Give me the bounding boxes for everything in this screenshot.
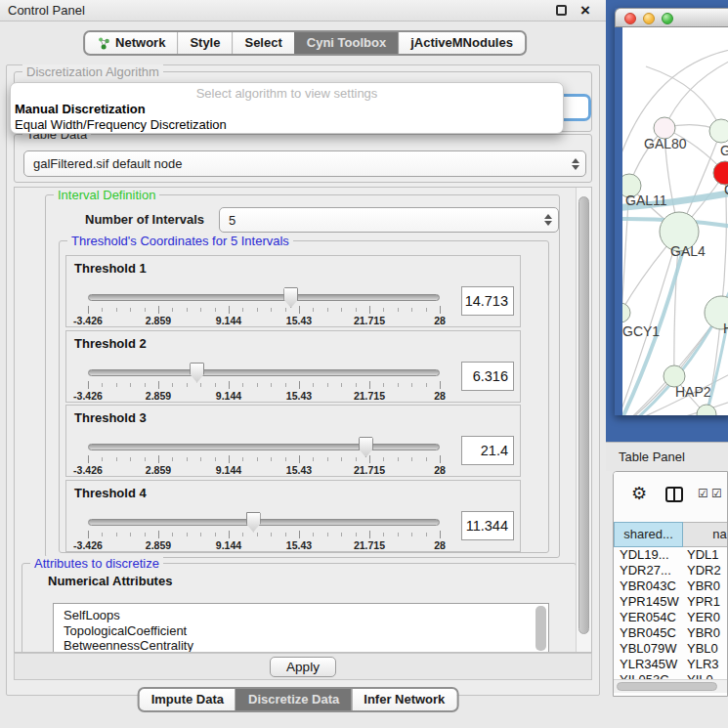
tab-impute-data[interactable]: Impute Data	[140, 689, 236, 710]
tab-label: Cyni Toolbox	[307, 35, 386, 50]
slider-track[interactable]	[88, 294, 440, 301]
table-row[interactable]: YBL079WYBL0	[614, 641, 728, 657]
slider-thumb[interactable]	[246, 512, 261, 533]
slider-thumb[interactable]	[359, 437, 373, 457]
attribute-list-item[interactable]: SelfLoops	[54, 604, 548, 623]
tick-mark	[299, 306, 300, 314]
network-node-ga[interactable]	[709, 119, 728, 143]
numerical-attributes-list[interactable]: SelfLoopsTopologicalCoefficientBetweenne…	[53, 603, 549, 653]
tick-mark	[187, 457, 188, 461]
cell-name: YBL0	[683, 641, 728, 657]
table-row[interactable]: YLR345WYLR3	[614, 657, 728, 672]
tick-mark	[313, 457, 314, 461]
checkbox-icon[interactable]: ☑	[711, 487, 722, 500]
slider-thumb[interactable]	[283, 287, 298, 308]
tick-mark	[187, 383, 188, 387]
threshold-label: Threshold 1	[74, 261, 147, 276]
columns-icon[interactable]	[665, 487, 683, 502]
tick-mark	[383, 457, 384, 461]
column-header-shared-name[interactable]: shared...	[614, 522, 683, 547]
top-tabstrip: NetworkStyleSelectCyni ToolboxjActiveMNo…	[83, 30, 527, 56]
thresholds-coordinates-group: Threshold's Coordinates for 5 Intervals …	[59, 240, 549, 553]
tab-cyni-toolbox[interactable]: Cyni Toolbox	[294, 32, 398, 54]
tab-jactivemnodules[interactable]: jActiveMNodules	[398, 32, 525, 54]
number-of-intervals-label: Number of Intervals	[85, 212, 204, 227]
table-data-combobox[interactable]: galFiltered.sif default node	[23, 150, 586, 177]
tab-infer-network[interactable]: Infer Network	[351, 689, 456, 710]
table-horizontal-scrollbar[interactable]	[614, 679, 727, 693]
dropdown-item-equal-width-frequency[interactable]: Equal Width/Frequency Discretization	[11, 117, 563, 133]
bottom-tabstrip: Impute DataDiscretize DataInfer Network	[138, 687, 459, 712]
tick-mark	[257, 533, 258, 536]
minimize-traffic-icon[interactable]	[643, 13, 655, 24]
spinner-stepper-icon[interactable]	[538, 214, 558, 226]
attribute-list-item[interactable]: TopologicalCoefficient	[54, 623, 548, 639]
slider-track[interactable]	[88, 369, 440, 376]
tick-mark	[426, 383, 427, 387]
threshold-value-field[interactable]: 11.344	[461, 511, 514, 540]
settings-scrollbar-thumb[interactable]	[578, 196, 589, 634]
tick-mark	[426, 533, 427, 536]
cell-name: YER0	[683, 610, 728, 625]
table-row[interactable]: YPR145WYPR1	[614, 594, 728, 610]
zoom-traffic-icon[interactable]	[662, 13, 673, 24]
tick-mark	[369, 531, 370, 538]
tab-label: Infer Network	[364, 692, 445, 707]
tab-label: Network	[115, 35, 165, 50]
table-data-selected-value: galFiltered.sif default node	[24, 156, 566, 171]
checkbox-icon[interactable]: ☑	[698, 487, 708, 500]
slider-track[interactable]	[88, 519, 440, 526]
table-row[interactable]: YBR045CYBR0	[614, 625, 728, 641]
tab-discretize-data[interactable]: Discretize Data	[236, 689, 351, 710]
table-hscroll-thumb[interactable]	[617, 682, 717, 691]
list-scrollbar[interactable]	[535, 606, 546, 651]
dropdown-item-manual-discretization[interactable]: Manual Discretization	[11, 102, 563, 117]
gear-icon[interactable]: ⚙	[631, 483, 647, 504]
network-node[interactable]	[697, 405, 716, 415]
tick-label: 9.144	[216, 315, 241, 326]
table-row[interactable]: YIL053CYIL0	[614, 672, 728, 679]
table-row[interactable]: YDR27...YDR2	[614, 563, 728, 578]
slider-thumb[interactable]	[190, 363, 204, 383]
tab-style[interactable]: Style	[177, 32, 232, 54]
table-row[interactable]: YBR043CYBR0	[614, 578, 728, 594]
table-row[interactable]: YDL19...YDL1	[614, 547, 728, 563]
cell-shared-name: YBR045C	[614, 625, 683, 641]
tick-mark	[242, 383, 243, 387]
network-node-gcy1[interactable]	[622, 303, 630, 322]
threshold-value-field[interactable]: 21.4	[461, 436, 514, 465]
tab-label: Select	[244, 35, 281, 50]
tick-mark	[172, 533, 173, 536]
settings-scrollbar[interactable]	[576, 188, 591, 652]
tick-mark	[145, 383, 146, 387]
tick-label: -3.426	[73, 390, 103, 402]
column-header-name[interactable]: na	[683, 522, 728, 547]
close-icon[interactable]: ×	[580, 0, 590, 21]
close-traffic-icon[interactable]	[624, 13, 636, 24]
apply-button[interactable]: Apply	[270, 657, 336, 677]
network-icon	[97, 36, 110, 50]
cell-shared-name: YLR345W	[614, 657, 683, 672]
table-row[interactable]: YER054CYER0	[614, 610, 728, 625]
threshold-value-field[interactable]: 6.316	[461, 362, 514, 391]
attributes-group-title: Attributes to discretize	[30, 556, 163, 571]
float-window-icon[interactable]	[556, 5, 567, 16]
tick-mark	[369, 455, 370, 463]
tick-mark	[271, 308, 272, 312]
number-of-intervals-spinner[interactable]: 5	[219, 207, 559, 233]
slider-track[interactable]	[88, 444, 440, 450]
tab-select[interactable]: Select	[232, 32, 293, 54]
tick-mark	[313, 533, 314, 536]
tab-network[interactable]: Network	[85, 32, 177, 54]
threshold-value-field[interactable]: 14.713	[461, 286, 514, 316]
tick-mark	[383, 383, 384, 387]
attribute-list-item[interactable]: BetweennessCentrality	[54, 638, 548, 653]
cell-name: YDL1	[683, 547, 728, 563]
interval-definition-title: Interval Definition	[54, 188, 159, 202]
tick-label: 2.859	[146, 315, 171, 326]
slider-ticks	[88, 455, 440, 464]
dropdown-hint-item[interactable]: Select algorithm to view settings	[11, 85, 563, 102]
tick-mark	[257, 383, 258, 387]
network-canvas[interactable]: GAL80GACGAL11GAL4GCY1HHAP2	[622, 27, 728, 415]
combo-stepper-icon[interactable]	[566, 158, 585, 170]
